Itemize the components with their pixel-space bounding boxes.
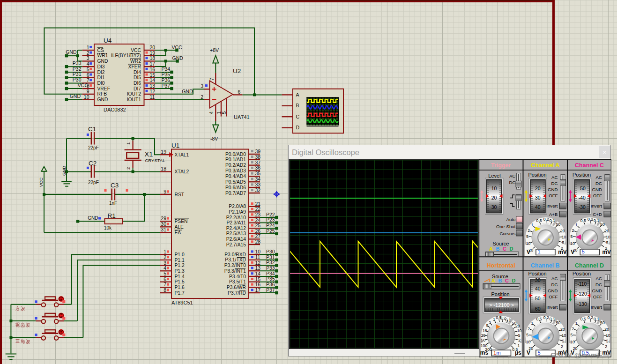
svg-text:CSDN @cumt: CSDN @cumt xyxy=(550,351,600,359)
